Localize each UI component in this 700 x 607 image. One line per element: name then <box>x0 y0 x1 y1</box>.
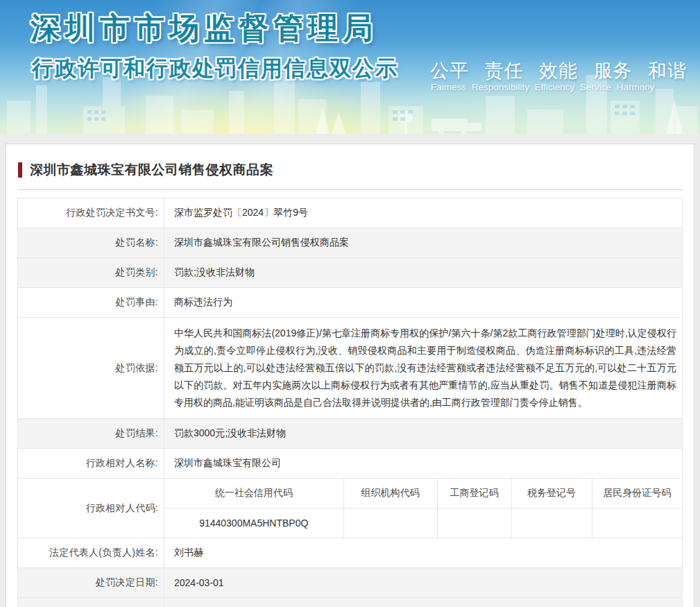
field-label: 行政处罚决定书文号: <box>18 198 164 228</box>
resident-id-number <box>592 508 682 538</box>
field-value: 罚款;没收非法财物 <box>164 258 683 288</box>
field-value: 中华人民共和国商标法(2019修正)/第七章注册商标专用权的保护/第六十条/第2… <box>164 318 683 419</box>
counterpart-code-table: 统一社会信用代码 组织机构代码 工商登记码 税务登记号 居民身份证号码 9144… <box>164 479 682 538</box>
field-value: 深圳市鑫城珠宝有限公司销售侵权商品案 <box>164 228 683 258</box>
tax-registration-code <box>511 508 592 538</box>
field-value: 罚款3000元;没收非法财物 <box>164 419 683 449</box>
org-institution-code <box>343 508 437 538</box>
field-value: 深市监罗处罚〔2024〕翠竹9号 <box>164 198 683 228</box>
business-registration-code <box>437 508 511 538</box>
case-title: 深圳市鑫城珠宝有限公司销售侵权商品案 <box>30 161 273 179</box>
code-value-row: 91440300MA5HNTBP0Q <box>164 508 682 538</box>
field-value: 深圳市鑫城珠宝有限公司 <box>164 449 683 479</box>
field-label: 处罚结果: <box>18 419 164 449</box>
code-col-header: 工商登记码 <box>437 479 511 508</box>
slogan-chinese: 公平 责任 效能 服务 和谐 <box>430 58 687 83</box>
banner-subtitle: 行政许可和行政处罚信用信息双公示 <box>32 54 398 83</box>
field-value: 商标违法行为 <box>164 288 683 318</box>
penalty-info-table: 行政处罚决定书文号: 深市监罗处罚〔2024〕翠竹9号 处罚名称: 深圳市鑫城珠… <box>17 198 683 607</box>
row-counterpart-name: 行政相对人名称: 深圳市鑫城珠宝有限公司 <box>18 449 683 479</box>
agency-name: 深圳市市场监督管理局 <box>31 8 377 49</box>
field-value: 刘书赫 <box>164 538 683 568</box>
content-panel: 深圳市鑫城珠宝有限公司销售侵权商品案 行政处罚决定书文号: 深市监罗处罚〔202… <box>6 144 694 607</box>
code-col-header: 统一社会信用代码 <box>164 479 343 508</box>
code-col-header: 居民身份证号码 <box>592 479 682 508</box>
title-accent-bar <box>18 162 22 178</box>
field-label: 处罚名称: <box>18 228 164 258</box>
row-penalty-authority: 处罚机关: 深圳市市场监督管理局罗湖监管局 <box>18 598 683 607</box>
site-banner: 深圳市市场监督管理局 行政许可和行政处罚信用信息双公示 公平 责任 效能 服务 … <box>0 0 700 134</box>
field-label: 处罚类别: <box>18 258 164 288</box>
row-decision-doc-number: 行政处罚决定书文号: 深市监罗处罚〔2024〕翠竹9号 <box>18 198 683 228</box>
slogan-english: Faimess Responsibility Efficiency Servic… <box>431 82 655 92</box>
row-decision-date: 处罚决定日期: 2024-03-01 <box>18 568 683 598</box>
row-penalty-name: 处罚名称: 深圳市鑫城珠宝有限公司销售侵权商品案 <box>18 228 683 258</box>
row-penalty-reason: 处罚事由: 商标违法行为 <box>18 288 683 318</box>
field-value: 2024-03-01 <box>164 568 683 598</box>
field-value: 深圳市市场监督管理局罗湖监管局 <box>164 598 683 607</box>
code-header-row: 统一社会信用代码 组织机构代码 工商登记码 税务登记号 居民身份证号码 <box>164 479 682 508</box>
title-divider <box>17 189 683 190</box>
code-col-header: 税务登记号 <box>511 479 592 508</box>
field-label: 处罚机关: <box>18 598 164 607</box>
row-penalty-result: 处罚结果: 罚款3000元;没收非法财物 <box>18 419 683 449</box>
code-subtable-cell: 统一社会信用代码 组织机构代码 工商登记码 税务登记号 居民身份证号码 9144… <box>164 479 683 538</box>
field-label: 行政相对人代码: <box>18 479 164 538</box>
field-label: 处罚事由: <box>18 288 164 318</box>
row-penalty-basis: 处罚依据: 中华人民共和国商标法(2019修正)/第七章注册商标专用权的保护/第… <box>18 318 683 419</box>
row-legal-representative: 法定代表人(负责人)姓名: 刘书赫 <box>18 538 683 568</box>
field-label: 法定代表人(负责人)姓名: <box>18 538 164 568</box>
row-penalty-category: 处罚类别: 罚款;没收非法财物 <box>18 258 683 288</box>
case-title-block: 深圳市鑫城珠宝有限公司销售侵权商品案 <box>6 144 694 179</box>
unified-social-credit-code: 91440300MA5HNTBP0Q <box>164 508 343 538</box>
field-label: 行政相对人名称: <box>18 449 164 479</box>
field-label: 处罚决定日期: <box>18 568 164 598</box>
field-label: 处罚依据: <box>18 318 164 419</box>
row-counterpart-codes: 行政相对人代码: 统一社会信用代码 组织机构代码 工商登记码 税务登记号 居民身… <box>18 479 683 538</box>
code-col-header: 组织机构代码 <box>343 479 437 508</box>
